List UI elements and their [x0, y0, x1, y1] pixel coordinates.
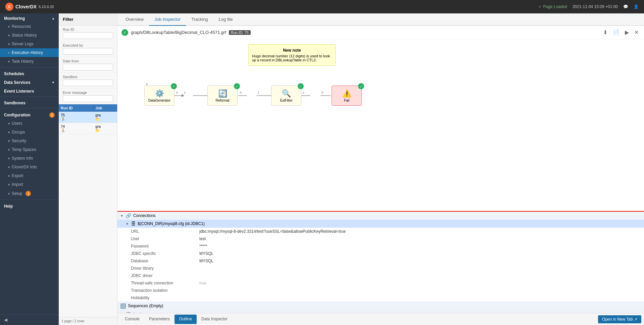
prop-value: true: [199, 281, 206, 285]
sidebar-item-export[interactable]: Export: [0, 171, 59, 180]
schedules-label: Schedules: [4, 71, 24, 76]
tab-parameters[interactable]: Parameters: [144, 315, 175, 324]
tree-prop-database: Database MYSQL: [117, 257, 644, 265]
table-row[interactable]: 74 🏃 gra📁: [59, 123, 117, 134]
success-badge: ✓: [358, 83, 364, 89]
data-services-expand-icon: ▼: [52, 81, 55, 84]
job-header-actions: ⬇ 📄 ▶ ✕: [602, 29, 640, 36]
sidebar-group-configuration[interactable]: Configuration 1: [0, 110, 59, 119]
tree-row-sequences[interactable]: 🔢 Sequences (Empty): [117, 302, 644, 310]
sidebar-label-security: Security: [12, 139, 26, 143]
sidebar-item-system-info[interactable]: System Info: [0, 154, 59, 163]
tab-log-file[interactable]: Log file: [213, 13, 238, 26]
file-button[interactable]: 📄: [611, 29, 621, 36]
tab-tracking[interactable]: Tracking: [186, 13, 213, 26]
monitoring-collapse-icon: ▲: [52, 17, 55, 20]
help-label: Help: [4, 204, 13, 209]
success-badge: ✓: [298, 83, 304, 89]
sidebar-item-resources[interactable]: Resources: [0, 22, 59, 31]
filter-executed-by-input[interactable]: [63, 48, 113, 55]
download-button[interactable]: ⬇: [602, 29, 609, 36]
prop-name: Driver library: [131, 266, 198, 271]
sidebar-group-event-listeners[interactable]: Event Listeners: [0, 86, 59, 95]
sidebar-item-import[interactable]: Import: [0, 180, 59, 189]
success-badge: ✓: [171, 83, 177, 89]
sidebar-label-import: Import: [12, 182, 23, 187]
dot-icon: [8, 43, 10, 45]
filter-date-from-input[interactable]: [63, 64, 113, 70]
tree-row-connections[interactable]: ▼ 🔗 Connections: [117, 212, 644, 220]
tab-console[interactable]: Console: [120, 315, 144, 324]
component-fail[interactable]: ✓ ⚠️ Fail: [332, 86, 362, 106]
folder-icon: 📁: [95, 117, 100, 121]
sidebar-group-data-services[interactable]: Data Services ▼: [0, 77, 59, 86]
close-button[interactable]: ✕: [633, 29, 640, 36]
sidebar-collapse[interactable]: ◀: [0, 314, 59, 325]
sidebar-item-temp-spaces[interactable]: Temp Spaces: [0, 145, 59, 154]
sidebar-group-help[interactable]: Help: [0, 201, 59, 210]
user-icon[interactable]: 👤: [634, 4, 639, 9]
sequences-label: Sequences (Empty): [128, 304, 163, 308]
tree-section-sequences: 🔢 Sequences (Empty): [117, 302, 644, 310]
open-new-tab-label: Open in New Tab ↗: [602, 317, 637, 322]
connections-label: Connections: [133, 213, 156, 218]
prop-value: test: [199, 236, 206, 241]
component-label: ExtFilter: [280, 99, 293, 102]
table-row[interactable]: 75 🏃 gra📁: [59, 112, 117, 123]
filter-error-message-input[interactable]: [63, 95, 113, 102]
chat-icon[interactable]: 💬: [623, 4, 628, 9]
dot-icon: [8, 193, 10, 195]
job-header: ✓ graph/DBLookupTable/BigDecimal_CLO-457…: [117, 26, 644, 39]
sidebar-label-system-info: System Info: [12, 156, 33, 161]
filter-run-id-label: Run ID: [63, 28, 113, 32]
tree-row-jdbc1[interactable]: ▼ 🗄 $(CONN_DIR)/mysql8.cfg (id:JDBC1): [117, 220, 644, 228]
sidebar-item-groups[interactable]: Groups: [0, 128, 59, 137]
check-icon: ✓: [538, 4, 542, 9]
collapse-icon[interactable]: ▼: [126, 222, 129, 226]
component-icon: ⚙️: [155, 89, 164, 98]
sidebar-item-setup[interactable]: Setup 1: [0, 189, 59, 198]
prop-value: MYSQL: [199, 259, 213, 263]
filter-run-id-input[interactable]: [63, 32, 113, 39]
tree-prop-password: Password *****: [117, 242, 644, 250]
collapse-icon[interactable]: ▼: [120, 214, 123, 218]
sidebar-item-status-history[interactable]: Status History: [0, 31, 59, 40]
component-ext-filter[interactable]: ✓ 🔍 ExtFilter: [271, 86, 301, 106]
divider: [0, 67, 59, 67]
open-new-tab-button[interactable]: Open in New Tab ↗: [598, 315, 641, 323]
cell-job: gra📁: [93, 123, 117, 134]
prop-name: URL: [131, 229, 198, 234]
component-icon: ⚠️: [342, 89, 351, 98]
tab-overview[interactable]: Overview: [120, 13, 149, 26]
sidebar-item-security[interactable]: Security: [0, 137, 59, 145]
component-label: DataGenerator: [148, 99, 170, 102]
sidebar-item-task-history[interactable]: Task History: [0, 57, 59, 66]
outline-content: ▼ 🔗 Connections ▼ 🗄 $(CONN_DIR)/mysql8.c…: [117, 212, 644, 313]
event-listeners-label: Event Listeners: [4, 89, 34, 94]
dot-icon: [8, 184, 10, 185]
sidebar-group-sandboxes[interactable]: Sandboxes: [0, 98, 59, 107]
sidebar-item-execution-history[interactable]: Execution History: [0, 48, 59, 57]
sidebar-group-monitoring[interactable]: Monitoring ▲: [0, 13, 59, 22]
note-title: New note: [252, 48, 332, 53]
sidebar-item-server-logs[interactable]: Server Logs: [0, 40, 59, 48]
tab-outline[interactable]: Outline: [175, 315, 197, 324]
tab-data-inspector[interactable]: Data Inspector: [197, 315, 232, 324]
graph-scroll[interactable]: New note Huge decimal number (12 digits)…: [117, 39, 644, 211]
tree-row-lookups[interactable]: ▼ 📋 Lookups: [117, 310, 644, 313]
filter-executed-by: Executed by: [59, 41, 117, 57]
svg-text:1: 1: [258, 91, 259, 94]
divider4: [0, 200, 59, 200]
dot-icon: [8, 166, 10, 168]
play-button[interactable]: ▶: [624, 29, 630, 36]
filter-sandbox-input[interactable]: [63, 79, 113, 86]
sidebar-group-schedules[interactable]: Schedules: [0, 69, 59, 77]
dot-icon: [8, 35, 10, 36]
component-data-generator[interactable]: ✓ 0 ⚙️ DataGenerator: [144, 86, 175, 106]
component-reformat[interactable]: ✓ 🔄 Reformat: [207, 86, 238, 106]
row-icon: 🏃: [61, 128, 91, 133]
sidebar-item-cloverdx-info[interactable]: CloverDX Info: [0, 163, 59, 171]
dot-icon: [8, 149, 10, 151]
sidebar-item-users[interactable]: Users: [0, 119, 59, 128]
tab-job-inspector[interactable]: Job Inspector: [149, 13, 186, 26]
